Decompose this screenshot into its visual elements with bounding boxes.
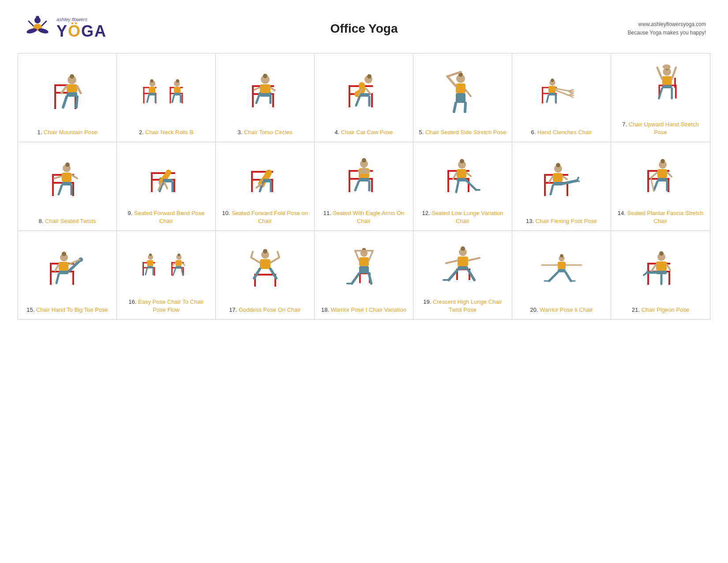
svg-line-284 [566,272,571,281]
svg-rect-116 [72,184,74,196]
svg-line-172 [453,173,457,179]
pose-cell-19: 19. Crescent High Lunge Chair Twist Pose [413,231,512,319]
svg-point-28 [150,79,154,83]
pose-cell-21: 21. Chair Pigeon Pose [611,231,710,319]
pose-label-9: 9. Seated Forward Bend Pose Chair [121,209,211,225]
svg-rect-60 [349,95,350,107]
svg-line-5 [29,21,33,26]
logo-area: ashley flowers YÖGA [22,13,107,44]
svg-point-111 [663,64,671,69]
pose-number-16: 16. [128,299,136,305]
pose-cell-10: 10. Seated Forward Fold Pose on Chair [216,142,315,230]
svg-rect-292 [668,272,670,285]
svg-line-76 [454,103,456,112]
svg-rect-196 [657,169,667,178]
svg-line-136 [165,182,167,189]
pose-label-14: 14. Seated Plantar Fascia Stretch Chair [615,209,705,225]
svg-rect-254 [359,274,361,283]
pose-label-20: 20. Warrior Pose Ii Chair [530,306,593,314]
svg-point-180 [556,163,560,167]
svg-line-183 [551,185,553,194]
pose-image-15 [23,238,112,302]
pose-image-4 [319,60,409,124]
svg-rect-129 [173,181,175,192]
pose-number-5: 5. [419,129,424,136]
pose-label-11: 11. Seated With Eagle Arms On Chair [319,209,409,225]
svg-point-159 [361,167,367,173]
svg-rect-48 [272,95,274,107]
pose-number-1: 1. [38,129,42,136]
svg-line-188 [563,176,567,179]
svg-line-42 [172,96,174,102]
svg-line-264 [369,251,373,261]
pose-label-16: 16. Easy Pose Chair To Chair Pose Flow [121,298,211,314]
svg-rect-81 [542,94,543,104]
grid-row-3: 15. Chair Hand To Big Toe Pose [18,231,710,319]
pose-number-3: 3. [237,129,242,136]
svg-rect-281 [558,269,566,273]
pose-cell-2: 2. Chair Neck Rolls B [117,53,216,142]
pose-number-2: 2. [139,129,144,136]
pose-image-14 [615,149,705,205]
svg-rect-206 [50,272,52,285]
pose-image-18 [319,238,409,302]
logo-text: ashley flowers YÖGA [56,17,107,41]
svg-rect-51 [260,84,270,93]
svg-line-184 [563,181,577,184]
pose-cell-15: 15. Chair Hand To Big Toe Pose [18,231,117,319]
svg-rect-224 [147,260,153,266]
svg-line-198 [654,181,657,190]
svg-line-121 [59,185,62,194]
svg-line-263 [355,251,359,261]
svg-line-202 [667,172,672,177]
svg-point-234 [177,253,180,256]
svg-line-201 [651,178,654,191]
svg-rect-102 [675,87,677,99]
svg-rect-127 [151,172,175,174]
pose-label-3: 3. Chair Torso Circles [237,128,292,136]
svg-line-282 [549,272,558,281]
pose-number-18: 18. [321,306,329,313]
page-title: Office Yoga [330,22,398,36]
pose-number-14: 14. [618,210,626,216]
pose-cell-5: 5. Chair Seated Side Stretch Pose [413,53,512,142]
svg-line-110 [672,68,676,79]
svg-rect-207 [72,272,74,285]
svg-rect-182 [553,182,563,185]
svg-line-109 [657,68,662,79]
svg-point-15 [70,74,74,79]
pose-image-6 [517,60,606,124]
pose-cell-11: 11. Seated With Eagle Arms On Chair [315,142,413,230]
svg-line-237 [173,269,176,276]
svg-line-277 [468,258,480,261]
svg-rect-221 [154,268,155,276]
svg-rect-163 [447,180,449,192]
svg-rect-47 [252,95,254,107]
pose-cell-18: 18. Warrior Pose I Chair Variation [315,231,413,319]
svg-line-252 [278,252,279,257]
pose-number-19: 19. [423,299,431,305]
pose-cell-20: 20. Warrior Pose Ii Chair [512,231,611,319]
svg-rect-272 [458,266,468,270]
pose-cell-1: 1. Chair Mountain Pose [18,53,117,142]
pose-number-4: 4. [334,129,339,136]
svg-rect-192 [647,180,649,192]
pose-image-10 [220,149,310,205]
pose-cell-8: 8. Chair Seated Twists [18,142,117,230]
pose-number-8: 8. [39,218,44,224]
svg-rect-152 [371,180,373,192]
svg-point-245 [263,249,267,253]
svg-point-154 [362,158,366,162]
svg-line-77 [465,103,465,112]
svg-line-226 [145,268,147,275]
svg-rect-225 [147,266,153,268]
svg-rect-258 [359,257,369,266]
pose-label-19: 19. Crescent High Lunge Chair Twist Pose [418,298,507,314]
svg-rect-40 [174,87,180,93]
svg-point-39 [176,79,179,83]
svg-point-118 [65,162,70,167]
svg-rect-119 [62,173,71,182]
pose-cell-9: 9. Seated Forward Bend Pose Chair [117,142,216,230]
svg-rect-16 [67,84,77,92]
svg-rect-100 [674,78,676,79]
